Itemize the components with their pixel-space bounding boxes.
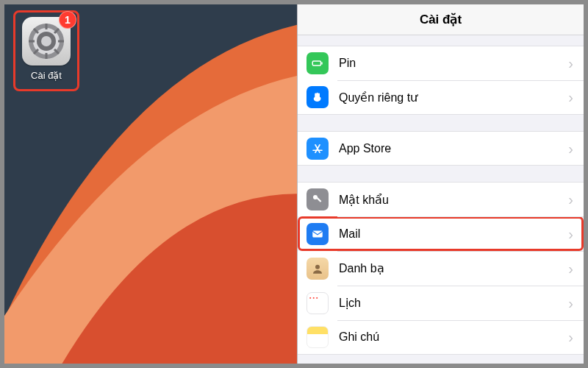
row-privacy[interactable]: Quyền riêng tư › [298, 80, 584, 115]
row-appstore[interactable]: App Store › [298, 131, 584, 166]
chevron-right-icon: › [568, 56, 573, 71]
row-label: Danh bạ [339, 261, 568, 275]
chevron-right-icon: › [568, 192, 573, 207]
chevron-right-icon: › [568, 330, 573, 344]
chevron-right-icon: › [568, 141, 573, 156]
battery-icon [306, 52, 329, 74]
settings-header: Cài đặt [298, 4, 584, 35]
hand-icon [306, 86, 329, 108]
notes-icon [306, 326, 329, 348]
row-label: Mail [339, 227, 568, 241]
settings-list[interactable]: Pin › Quyền riêng tư › [298, 35, 584, 364]
notification-badge: 1 [59, 11, 76, 29]
svg-rect-13 [312, 61, 320, 66]
svg-point-22 [315, 264, 320, 269]
svg-rect-21 [312, 230, 323, 237]
svg-rect-20 [317, 197, 322, 202]
row-mail[interactable]: Mail › [298, 216, 584, 251]
row-calendar[interactable]: ▪▪▪ Lịch › [298, 286, 584, 320]
contacts-icon [306, 258, 329, 280]
row-label: Ghi chú [339, 330, 568, 344]
home-screen: 1 Cài đặt [4, 4, 297, 364]
mail-icon [306, 223, 329, 245]
chevron-right-icon: › [568, 261, 573, 276]
row-battery[interactable]: Pin › [298, 46, 584, 80]
row-label: Pin [339, 57, 568, 70]
row-label: Lịch [339, 296, 568, 310]
svg-point-4 [41, 36, 51, 46]
appstore-icon [306, 138, 329, 160]
settings-group: Pin › Quyền riêng tư › [298, 46, 584, 115]
settings-group: Mật khẩu › Mail › Danh bạ › [298, 182, 584, 355]
key-icon [306, 188, 329, 210]
chevron-right-icon: › [568, 296, 573, 311]
row-passwords[interactable]: Mật khẩu › [298, 182, 584, 216]
gear-icon [27, 22, 65, 60]
settings-panel: Cài đặt Pin › Quyền riêng tư › [297, 4, 584, 364]
row-contacts[interactable]: Danh bạ › [298, 251, 584, 286]
row-label: App Store [339, 142, 568, 155]
chevron-right-icon: › [568, 227, 573, 241]
chevron-right-icon: › [568, 90, 573, 105]
row-label: Quyền riêng tư [339, 91, 568, 105]
settings-app-icon[interactable]: 1 [22, 17, 71, 66]
page-title: Cài đặt [420, 12, 462, 27]
settings-app-highlight: 1 Cài đặt [13, 10, 79, 91]
settings-group: App Store › [298, 131, 584, 166]
row-label: Mật khẩu [339, 193, 568, 207]
settings-app-label: Cài đặt [31, 70, 62, 81]
svg-rect-14 [321, 63, 323, 65]
calendar-icon: ▪▪▪ [306, 292, 329, 314]
row-notes[interactable]: Ghi chú › [298, 320, 584, 355]
